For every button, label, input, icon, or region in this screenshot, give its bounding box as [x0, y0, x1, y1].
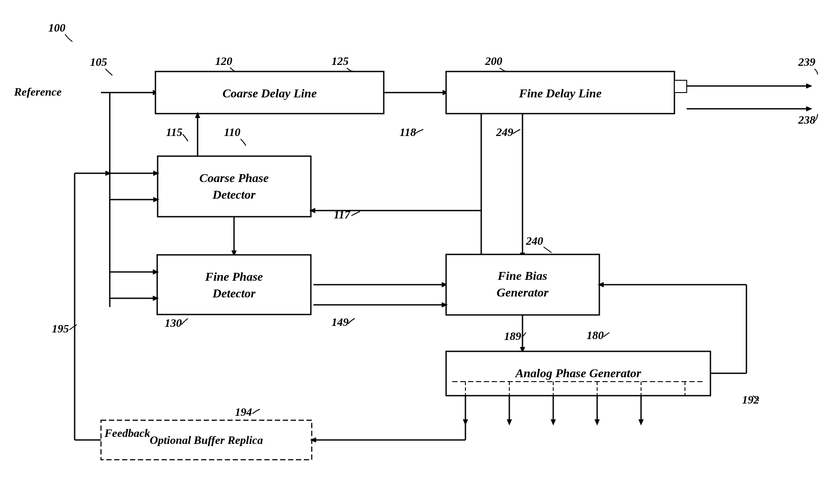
n189-label: 189 — [504, 330, 521, 343]
optional-buffer-label: Optional Buffer Replica — [150, 434, 263, 447]
svg-marker-50 — [638, 419, 644, 425]
n125-label: 125 — [332, 55, 349, 68]
fine-phase-label2: Detector — [212, 286, 256, 300]
n110-label: 110 — [224, 126, 241, 139]
coarse-phase-label1: Coarse Phase — [199, 171, 269, 185]
n180-label: 180 — [587, 329, 604, 342]
n239-label: 239 — [798, 56, 815, 68]
n117-label: 117 — [334, 208, 351, 221]
diagram: Reference 100 105 Coarse Delay Line 120 … — [0, 0, 836, 504]
svg-marker-46 — [551, 419, 556, 425]
reference-label: Reference — [14, 86, 61, 98]
svg-marker-48 — [595, 419, 600, 425]
feedback-label: Feedback — [104, 427, 150, 440]
n238-label: 238 — [798, 114, 815, 126]
n100-label: 100 — [48, 21, 65, 34]
svg-rect-6 — [674, 80, 687, 93]
fine-delay-label: Fine Delay Line — [519, 86, 602, 100]
coarse-delay-label: Coarse Delay Line — [223, 86, 317, 100]
coarse-phase-block — [158, 156, 311, 217]
n194-label: 194 — [235, 406, 252, 418]
svg-marker-8 — [806, 106, 812, 111]
n115-label: 115 — [166, 126, 183, 139]
n195-label: 195 — [52, 322, 69, 335]
analog-phase-label: Analog Phase Generator — [515, 366, 641, 380]
svg-marker-44 — [507, 419, 512, 425]
n120-label: 120 — [215, 55, 232, 68]
n105-label: 105 — [90, 56, 107, 68]
n118-label: 118 — [400, 126, 416, 139]
n192-label: 192 — [742, 393, 759, 406]
coarse-phase-label2: Detector — [212, 188, 256, 201]
svg-marker-5 — [806, 83, 812, 89]
fine-phase-label1: Fine Phase — [205, 270, 263, 283]
n130-label: 130 — [165, 317, 182, 329]
n149-label: 149 — [332, 316, 349, 329]
fine-bias-label2: Generator — [497, 286, 549, 299]
n249-label: 249 — [496, 126, 513, 139]
fine-bias-block — [446, 254, 599, 315]
fine-bias-label1: Fine Bias — [497, 269, 548, 282]
fine-phase-block — [157, 255, 311, 315]
svg-marker-61 — [105, 171, 112, 176]
n200-label: 200 — [485, 55, 502, 68]
n240-label: 240 — [526, 235, 543, 247]
